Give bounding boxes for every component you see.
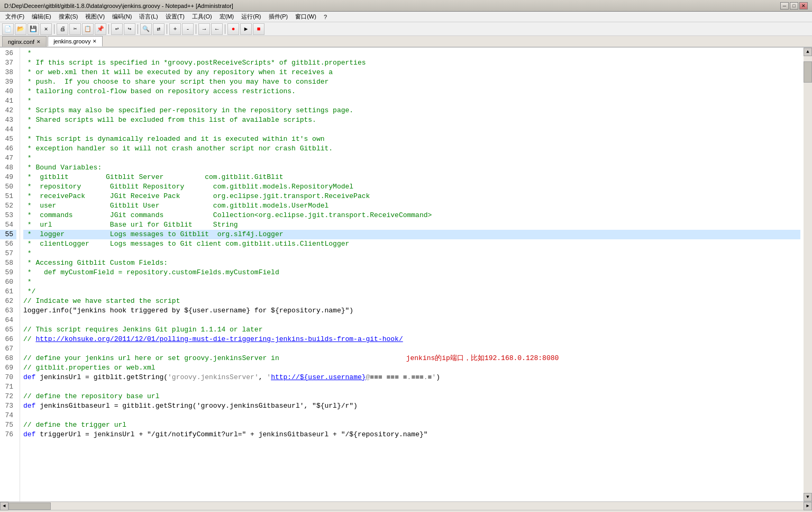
minimize-button[interactable]: ─ (780, 2, 789, 10)
line-number-66: 66 (0, 335, 16, 344)
menu-tools[interactable]: 工具(O) (189, 12, 215, 22)
scroll-left-btn[interactable]: ◄ (0, 502, 8, 510)
h-scroll-track[interactable] (8, 502, 804, 510)
code-line-50: * repository Gitblit Repository com.gitb… (23, 182, 800, 192)
cut-btn[interactable]: ✂ (69, 23, 81, 35)
line-number-67: 67 (0, 344, 16, 354)
indent-btn[interactable]: → (198, 23, 210, 35)
menu-view[interactable]: 视图(V) (82, 12, 108, 22)
line-number-71: 71 (0, 382, 16, 392)
menu-file[interactable]: 文件(F) (2, 12, 28, 22)
record-btn[interactable]: ● (227, 23, 239, 35)
menu-settings[interactable]: 设置(T) (162, 12, 188, 22)
code-line-54: * url Base url for Gitblit String (23, 220, 800, 230)
menu-bar: 文件(F) 编辑(E) 搜索(S) 视图(V) 编码(N) 语言(L) 设置(T… (0, 12, 812, 22)
line-number-61: 61 (0, 287, 16, 297)
code-line-67: ​ (23, 344, 800, 354)
menu-plugins[interactable]: 插件(P) (266, 12, 291, 22)
line-number-49: 49 (0, 173, 16, 182)
line-number-64: 64 (0, 316, 16, 325)
code-line-49: * gitblit Gitblit Server com.gitblit.Git… (23, 173, 800, 182)
line-number-70: 70 (0, 373, 16, 382)
code-line-73: def jenkinsGitbaseurl = gitblit.getStrin… (23, 401, 800, 411)
menu-help[interactable]: ? (321, 13, 330, 21)
close-button[interactable]: ✕ (799, 2, 808, 10)
line-number-63: 63 (0, 306, 16, 316)
open-btn[interactable]: 📂 (15, 23, 26, 35)
code-line-44: * (23, 125, 800, 134)
code-line-41: * (23, 96, 800, 106)
scrollbar-h[interactable]: ◄ ► (0, 501, 812, 510)
line-number-40: 40 (0, 87, 16, 96)
line-number-65: 65 (0, 325, 16, 335)
tab-nginx-close[interactable]: ✕ (37, 39, 41, 44)
line-number-55: 55 (0, 230, 16, 239)
tab-jenkins-close[interactable]: ✕ (93, 39, 97, 44)
close-btn[interactable]: ✕ (40, 23, 52, 35)
find-btn[interactable]: 🔍 (140, 23, 152, 35)
play-btn[interactable]: ▶ (240, 23, 252, 35)
menu-language[interactable]: 语言(L) (136, 12, 161, 22)
code-line-56: * clientLogger Logs messages to Git clie… (23, 239, 800, 249)
scroll-up-btn[interactable]: ▲ (804, 48, 812, 56)
scrollbar-v[interactable]: ▲ ▼ (804, 48, 812, 501)
menu-search[interactable]: 搜索(S) (56, 12, 81, 22)
code-line-40: * tailoring control-flow based on reposi… (23, 87, 800, 96)
save-btn[interactable]: 💾 (28, 23, 39, 35)
line-number-37: 37 (0, 58, 16, 68)
code-line-71: ​ (23, 382, 800, 392)
menu-edit[interactable]: 编辑(E) (29, 12, 54, 22)
code-line-69: // gitblit.properties or web.xml (23, 363, 800, 373)
sep1 (54, 24, 54, 34)
line-number-41: 41 (0, 96, 16, 106)
code-line-59: * def myCustomField = repository.customF… (23, 268, 800, 277)
replace-btn[interactable]: ⇄ (153, 23, 165, 35)
scroll-track[interactable] (804, 56, 812, 493)
title-text: D:\Dep\Deceen\gitblit/gitblit-1.8.0\data… (4, 3, 780, 9)
zoom-in-btn[interactable]: + (169, 23, 181, 35)
tab-jenkins[interactable]: jenkins.groovy ✕ (48, 36, 103, 47)
line-number-43: 43 (0, 115, 16, 125)
line-number-54: 54 (0, 220, 16, 230)
code-line-72: // define the repository base url (23, 392, 800, 401)
menu-run[interactable]: 运行(R) (238, 12, 264, 22)
code-line-64: ​ (23, 316, 800, 325)
line-number-58: 58 (0, 258, 16, 268)
outdent-btn[interactable]: ← (211, 23, 223, 35)
copy-btn[interactable]: 📋 (82, 23, 94, 35)
maximize-button[interactable]: □ (790, 2, 798, 10)
zoom-out-btn[interactable]: - (182, 23, 194, 35)
window-controls: ─ □ ✕ (780, 2, 808, 10)
menu-macro[interactable]: 宏(M) (216, 12, 238, 22)
sep3 (138, 24, 138, 34)
line-number-51: 51 (0, 192, 16, 201)
scroll-thumb[interactable] (804, 61, 812, 83)
h-scroll-thumb[interactable] (8, 502, 51, 510)
undo-btn[interactable]: ↩ (111, 23, 123, 35)
code-line-52: * user Gitblit User com.gitblit.models.U… (23, 201, 800, 211)
menu-encoding[interactable]: 编码(N) (109, 12, 135, 22)
line-number-36: 36 (0, 49, 16, 58)
stop-btn[interactable]: ■ (253, 23, 264, 35)
line-number-48: 48 (0, 163, 16, 173)
line-number-50: 50 (0, 182, 16, 192)
tab-nginx[interactable]: nginx.conf ✕ (2, 36, 47, 47)
paste-btn[interactable]: 📌 (95, 23, 106, 35)
line-number-42: 42 (0, 106, 16, 115)
title-bar: D:\Dep\Deceen\gitblit/gitblit-1.8.0\data… (0, 0, 812, 12)
line-number-39: 39 (0, 77, 16, 87)
line-number-45: 45 (0, 134, 16, 144)
scroll-right-btn[interactable]: ► (804, 502, 812, 510)
sep4 (167, 24, 167, 34)
scroll-down-btn[interactable]: ▼ (804, 493, 812, 501)
sep6 (225, 24, 225, 34)
print-btn[interactable]: 🖨 (57, 23, 68, 35)
line-number-56: 56 (0, 239, 16, 249)
new-btn[interactable]: 📄 (2, 23, 14, 35)
line-numbers: 3637383940414243444546474849505152535455… (0, 48, 20, 501)
redo-btn[interactable]: ↪ (124, 23, 135, 35)
code-content[interactable]: * * If this script is specified in *groo… (20, 48, 804, 501)
code-line-47: * (23, 154, 800, 163)
menu-window[interactable]: 窗口(W) (292, 12, 320, 22)
code-line-43: * Shared scripts will be excluded from t… (23, 115, 800, 125)
